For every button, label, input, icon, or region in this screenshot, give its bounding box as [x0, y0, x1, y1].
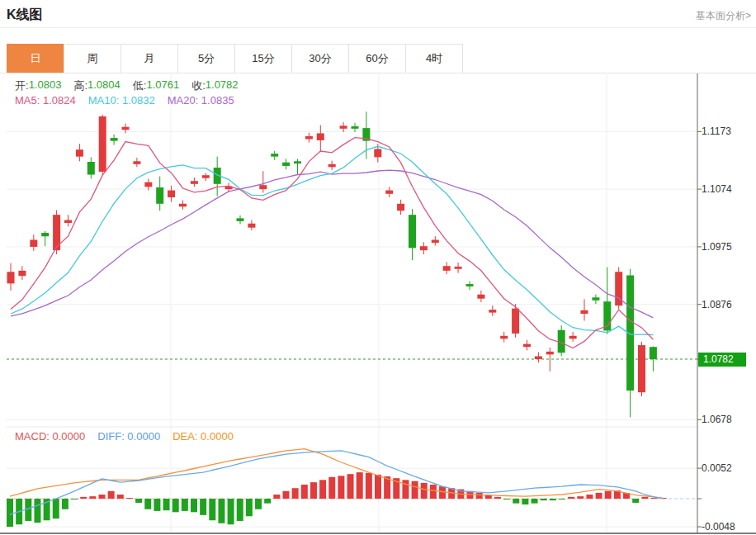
tab-月[interactable]: 月 [120, 44, 178, 73]
legend-item: DEA: 0.0000 [172, 430, 234, 443]
header-divider [0, 27, 756, 28]
price-axis-label: 0.0052 [702, 463, 732, 473]
ohlc-open: 开:1.0803 [15, 78, 61, 93]
fundamental-analysis-link[interactable]: 基本面分析> [696, 9, 751, 23]
price-axis-label: 1.1074 [702, 184, 732, 194]
macd-legend: MACD: 0.0000DIFF: 0.0000DEA: 0.0000 [15, 430, 234, 443]
legend-item: MACD: 0.0000 [15, 430, 85, 443]
tab-30分[interactable]: 30分 [291, 44, 349, 73]
tab-60分[interactable]: 60分 [348, 44, 406, 73]
tab-日[interactable]: 日 [7, 44, 64, 73]
legend-item: MA10: 1.0832 [88, 94, 155, 107]
ohlc-low: 低:1.0761 [133, 78, 179, 93]
ohlc-legend: 开:1.0803 高:1.0804 低:1.0761 收:1.0782 [15, 78, 239, 93]
legend-item: DIFF: 0.0000 [97, 430, 160, 443]
kline-chart-canvas[interactable] [0, 73, 756, 535]
tab-周[interactable]: 周 [64, 44, 121, 73]
tab-15分[interactable]: 15分 [234, 44, 292, 73]
ohlc-high: 高:1.0804 [73, 78, 120, 93]
legend-item: MA5: 1.0824 [15, 94, 76, 107]
page-title: K线图 [7, 7, 43, 24]
kline-widget: K线图 基本面分析> 日周月5分15分30分60分4时 开:1.0803 高:1… [0, 0, 756, 535]
price-axis-label: 1.1173 [702, 126, 731, 136]
price-axis-label: 1.0975 [702, 242, 732, 252]
tab-5分[interactable]: 5分 [177, 44, 235, 73]
price-axis-label: 1.0678 [702, 414, 732, 424]
current-price-badge: 1.0782 [698, 353, 746, 367]
chart-area: 开:1.0803 高:1.0804 低:1.0761 收:1.0782 MA5:… [0, 73, 756, 535]
ohlc-close: 收:1.0782 [191, 78, 238, 93]
tab-4时[interactable]: 4时 [405, 44, 463, 73]
ma-legend: MA5: 1.0824MA10: 1.0832MA20: 1.0835 [15, 94, 234, 107]
period-tab-bar: 日周月5分15分30分60分4时 [0, 44, 756, 73]
price-axis-label: -0.0048 [702, 522, 735, 532]
legend-item: MA20: 1.0835 [168, 94, 234, 107]
price-axis-label: 1.0876 [702, 300, 732, 310]
